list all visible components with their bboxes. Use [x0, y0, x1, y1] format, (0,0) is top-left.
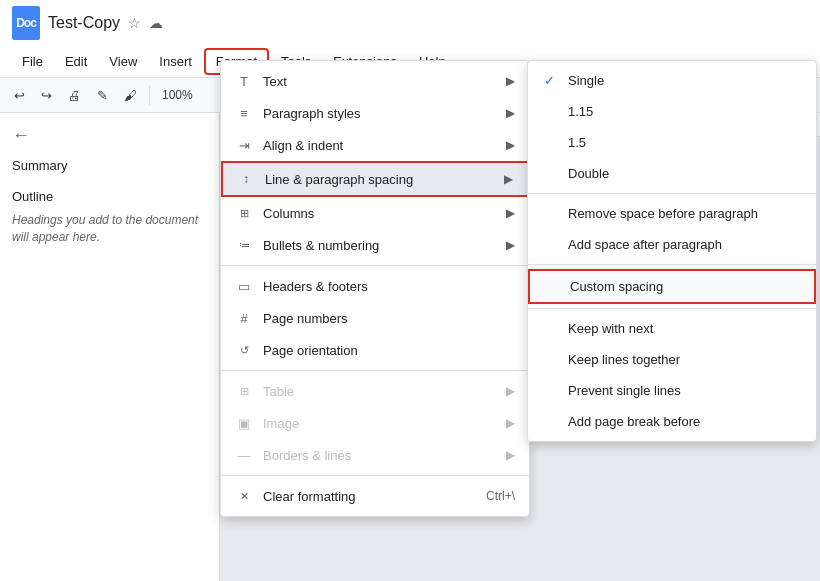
format-borders-item[interactable]: — Borders & lines ▶ — [221, 439, 529, 471]
spacing-double-label: Double — [568, 166, 800, 181]
clear-formatting-icon: ✕ — [235, 487, 253, 505]
cloud-icon[interactable]: ☁ — [149, 15, 163, 31]
format-bullets-item[interactable]: ≔ Bullets & numbering ▶ — [221, 229, 529, 261]
google-docs-icon: Doc — [12, 6, 40, 40]
align-indent-icon: ⇥ — [235, 136, 253, 154]
keep-next-label: Keep with next — [568, 321, 800, 336]
borders-label: Borders & lines — [263, 448, 496, 463]
borders-arrow-icon: ▶ — [506, 448, 515, 462]
page-orientation-label: Page orientation — [263, 343, 515, 358]
redo-btn[interactable]: ↪ — [35, 84, 58, 107]
prevent-single-label: Prevent single lines — [568, 383, 800, 398]
keep-lines-label: Keep lines together — [568, 352, 800, 367]
clear-formatting-shortcut: Ctrl+\ — [486, 489, 515, 503]
align-indent-arrow-icon: ▶ — [506, 138, 515, 152]
columns-label: Columns — [263, 206, 496, 221]
menu-divider-3 — [221, 475, 529, 476]
bullets-arrow-icon: ▶ — [506, 238, 515, 252]
headers-label: Headers & footers — [263, 279, 515, 294]
format-text-item[interactable]: T Text ▶ — [221, 65, 529, 97]
columns-icon: ⊞ — [235, 204, 253, 222]
clear-formatting-label: Clear formatting — [263, 489, 476, 504]
menu-edit[interactable]: Edit — [55, 50, 97, 73]
bullets-icon: ≔ — [235, 236, 253, 254]
title-section: Test-Copy ☆ ☁ — [48, 14, 163, 32]
table-arrow-icon: ▶ — [506, 384, 515, 398]
spacing-add-after-item[interactable]: Add space after paragraph — [528, 229, 816, 260]
zoom-level[interactable]: 100% — [156, 86, 199, 104]
sidebar-hint-text: Headings you add to the document will ap… — [12, 212, 207, 246]
format-line-spacing-item[interactable]: ↕ Line & paragraph spacing ▶ — [221, 161, 529, 197]
line-spacing-icon: ↕ — [237, 170, 255, 188]
spacing-custom-item[interactable]: Custom spacing — [528, 269, 816, 304]
custom-spacing-label: Custom spacing — [570, 279, 798, 294]
image-icon: ▣ — [235, 414, 253, 432]
paragraph-styles-arrow-icon: ▶ — [506, 106, 515, 120]
spacing-1-5-label: 1.5 — [568, 135, 800, 150]
spellcheck-btn[interactable]: ✎ — [91, 84, 114, 107]
menu-view[interactable]: View — [99, 50, 147, 73]
spacing-submenu: ✓ Single 1.15 1.5 Double Remove space be… — [527, 60, 817, 442]
format-align-indent-item[interactable]: ⇥ Align & indent ▶ — [221, 129, 529, 161]
line-spacing-arrow-icon: ▶ — [504, 172, 513, 186]
star-icon[interactable]: ☆ — [128, 15, 141, 31]
format-page-orientation-item[interactable]: ↺ Page orientation — [221, 334, 529, 366]
paragraph-styles-label: Paragraph styles — [263, 106, 496, 121]
spacing-1-15-label: 1.15 — [568, 104, 800, 119]
table-label: Table — [263, 384, 496, 399]
line-spacing-label: Line & paragraph spacing — [265, 172, 494, 187]
format-menu: T Text ▶ ≡ Paragraph styles ▶ ⇥ Align & … — [220, 60, 530, 517]
image-label: Image — [263, 416, 496, 431]
borders-icon: — — [235, 446, 253, 464]
format-table-item[interactable]: ⊞ Table ▶ — [221, 375, 529, 407]
spacing-1-15-item[interactable]: 1.15 — [528, 96, 816, 127]
format-image-item[interactable]: ▣ Image ▶ — [221, 407, 529, 439]
undo-btn[interactable]: ↩ — [8, 84, 31, 107]
menu-divider-2 — [221, 370, 529, 371]
format-paragraph-styles-item[interactable]: ≡ Paragraph styles ▶ — [221, 97, 529, 129]
text-icon: T — [235, 72, 253, 90]
columns-arrow-icon: ▶ — [506, 206, 515, 220]
format-headers-item[interactable]: ▭ Headers & footers — [221, 270, 529, 302]
sidebar-summary-label: Summary — [12, 158, 207, 173]
bullets-label: Bullets & numbering — [263, 238, 496, 253]
paragraph-styles-icon: ≡ — [235, 104, 253, 122]
paint-format-btn[interactable]: 🖌 — [118, 84, 143, 107]
add-after-label: Add space after paragraph — [568, 237, 800, 252]
menu-insert[interactable]: Insert — [149, 50, 202, 73]
page-break-label: Add page break before — [568, 414, 800, 429]
spacing-prevent-single-item[interactable]: Prevent single lines — [528, 375, 816, 406]
spacing-divider-2 — [528, 264, 816, 265]
image-arrow-icon: ▶ — [506, 416, 515, 430]
format-clear-formatting-item[interactable]: ✕ Clear formatting Ctrl+\ — [221, 480, 529, 512]
menu-divider-1 — [221, 265, 529, 266]
spacing-single-item[interactable]: ✓ Single — [528, 65, 816, 96]
page-numbers-label: Page numbers — [263, 311, 515, 326]
print-btn[interactable]: 🖨 — [62, 84, 87, 107]
spacing-1-5-item[interactable]: 1.5 — [528, 127, 816, 158]
toolbar-sep-1 — [149, 85, 150, 105]
spacing-keep-lines-item[interactable]: Keep lines together — [528, 344, 816, 375]
spacing-double-item[interactable]: Double — [528, 158, 816, 189]
spacing-remove-before-item[interactable]: Remove space before paragraph — [528, 198, 816, 229]
text-arrow-icon: ▶ — [506, 74, 515, 88]
back-btn[interactable]: ← — [12, 125, 207, 146]
format-text-label: Text — [263, 74, 496, 89]
spacing-keep-next-item[interactable]: Keep with next — [528, 313, 816, 344]
sidebar: ← Summary Outline Headings you add to th… — [0, 113, 220, 581]
single-check-icon: ✓ — [544, 73, 560, 88]
table-icon: ⊞ — [235, 382, 253, 400]
page-numbers-icon: # — [235, 309, 253, 327]
align-indent-label: Align & indent — [263, 138, 496, 153]
format-columns-item[interactable]: ⊞ Columns ▶ — [221, 197, 529, 229]
format-page-numbers-item[interactable]: # Page numbers — [221, 302, 529, 334]
sidebar-outline-label: Outline — [12, 189, 207, 204]
spacing-divider-3 — [528, 308, 816, 309]
menu-file[interactable]: File — [12, 50, 53, 73]
headers-icon: ▭ — [235, 277, 253, 295]
remove-before-label: Remove space before paragraph — [568, 206, 800, 221]
spacing-page-break-item[interactable]: Add page break before — [528, 406, 816, 437]
doc-title: Test-Copy — [48, 14, 120, 32]
title-bar: Doc Test-Copy ☆ ☁ — [0, 0, 820, 46]
single-label: Single — [568, 73, 800, 88]
